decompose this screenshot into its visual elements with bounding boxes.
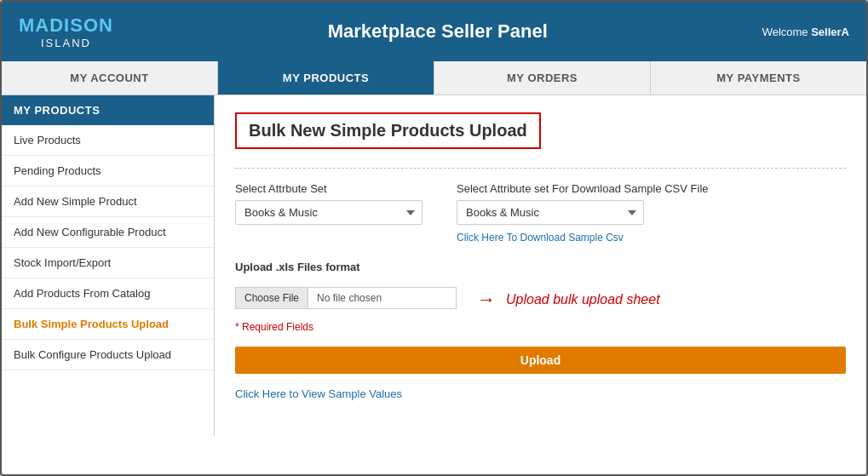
page-title: Bulk New Simple Products Upload — [249, 121, 527, 141]
app-header: MADISON ISLAND Marketplace Seller Panel … — [2, 2, 866, 61]
page-title-box: Bulk New Simple Products Upload — [235, 112, 541, 149]
annotation-area: → Upload bulk upload sheet — [470, 289, 660, 311]
choose-file-button[interactable]: Choose File — [236, 288, 308, 308]
sidebar-item-stock-import-export[interactable]: Stock Import/Export — [2, 248, 214, 278]
upload-section: Upload .xls Files format Choose File No … — [235, 261, 846, 374]
header-welcome: Welcome SellerA — [762, 26, 849, 38]
download-csv-link[interactable]: Click Here To Download Sample Csv — [457, 232, 709, 244]
attribute-set-select[interactable]: Books & Music Electronics Clothing Defau… — [235, 200, 423, 225]
download-set-label: Select Attribute set For Download Sample… — [457, 182, 709, 195]
welcome-user: SellerA — [811, 26, 849, 38]
app-wrapper: MADISON ISLAND Marketplace Seller Panel … — [0, 0, 868, 476]
main-content: Bulk New Simple Products Upload Select A… — [215, 95, 866, 436]
file-input-row: Choose File No file chosen — [235, 287, 457, 309]
sidebar: MY PRODUCTS Live Products Pending Produc… — [2, 95, 215, 436]
sidebar-item-add-products-catalog[interactable]: Add Products From Catalog — [2, 278, 214, 309]
logo: MADISON ISLAND — [19, 14, 113, 49]
tab-my-orders[interactable]: MY ORDERS — [434, 61, 651, 95]
sidebar-header: MY PRODUCTS — [2, 95, 214, 125]
download-set-select[interactable]: Books & Music Electronics Clothing Defau… — [457, 200, 644, 225]
tab-my-products[interactable]: MY PRODUCTS — [218, 61, 434, 95]
upload-button[interactable]: Upload — [235, 347, 846, 374]
sample-values-link[interactable]: Click Here to View Sample Values — [235, 387, 402, 400]
attribute-set-group: Select Attrbute Set Books & Music Electr… — [235, 182, 423, 244]
download-set-group: Select Attribute set For Download Sample… — [457, 182, 709, 244]
sidebar-item-bulk-configure-upload[interactable]: Bulk Configure Products Upload — [2, 340, 214, 370]
logo-island: ISLAND — [41, 37, 91, 49]
required-fields-text: * Required Fields — [235, 321, 846, 333]
sidebar-item-pending-products[interactable]: Pending Products — [2, 156, 214, 186]
upload-section-label: Upload .xls Files format — [235, 261, 846, 273]
welcome-prefix: Welcome — [762, 26, 812, 38]
tab-my-payments[interactable]: MY PAYMENTS — [651, 61, 866, 95]
header-title: Marketplace Seller Panel — [113, 20, 762, 43]
arrow-icon: → — [477, 289, 496, 311]
sidebar-item-add-new-configurable[interactable]: Add New Configurable Product — [2, 217, 214, 248]
sidebar-item-bulk-simple-upload[interactable]: Bulk Simple Products Upload — [2, 309, 214, 340]
form-row: Select Attrbute Set Books & Music Electr… — [235, 182, 846, 244]
divider — [235, 168, 846, 169]
annotation-text: Upload bulk upload sheet — [506, 292, 660, 307]
content-area: MY PRODUCTS Live Products Pending Produc… — [2, 95, 866, 436]
sidebar-item-live-products[interactable]: Live Products — [2, 125, 214, 156]
nav-tabs: MY ACCOUNT MY PRODUCTS MY ORDERS MY PAYM… — [2, 61, 866, 95]
attribute-set-label: Select Attrbute Set — [235, 182, 423, 195]
logo-madison: MADISON — [19, 14, 113, 37]
file-chosen-text: No file chosen — [308, 288, 456, 308]
sidebar-item-add-new-simple[interactable]: Add New Simple Product — [2, 186, 214, 217]
tab-my-account[interactable]: MY ACCOUNT — [2, 61, 218, 95]
